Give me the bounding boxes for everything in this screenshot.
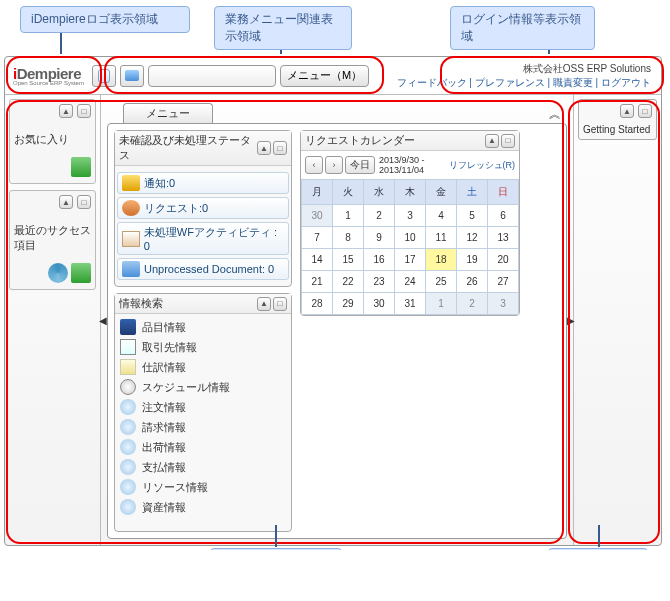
calendar-cell[interactable]: 3 — [488, 293, 519, 315]
calendar-cell[interactable]: 19 — [457, 249, 488, 271]
info-item[interactable]: 仕訳情報 — [117, 357, 289, 377]
tab-menu[interactable]: メニュー — [123, 103, 213, 123]
calendar-cell[interactable]: 21 — [302, 271, 333, 293]
bulb-icon — [120, 399, 136, 415]
calendar-cell[interactable]: 13 — [488, 227, 519, 249]
info-item-label: 仕訳情報 — [142, 360, 186, 375]
calendar-cell[interactable]: 11 — [426, 227, 457, 249]
refresh-icon[interactable] — [48, 263, 68, 283]
workflow-item[interactable]: Unprocessed Document: 0 — [117, 258, 289, 280]
cal-today-button[interactable]: 今日 — [345, 156, 375, 174]
info-item[interactable]: スケジュール情報 — [117, 377, 289, 397]
quick-search-dropdown[interactable]: ▼ — [148, 65, 276, 87]
workflow-item-label: 通知:0 — [144, 176, 175, 191]
bulb-icon — [120, 499, 136, 515]
calendar-cell[interactable]: 18 — [426, 249, 457, 271]
calendar-cell[interactable]: 5 — [457, 205, 488, 227]
link-preference[interactable]: プレファレンス — [475, 77, 545, 88]
info-item[interactable]: 資産情報 — [117, 497, 289, 517]
maximize-icon[interactable]: □ — [501, 134, 515, 148]
info-item[interactable]: 品目情報 — [117, 317, 289, 337]
calendar-cell[interactable]: 10 — [395, 227, 426, 249]
collapse-up-icon[interactable]: ▲ — [257, 141, 271, 155]
calendar-cell[interactable]: 26 — [457, 271, 488, 293]
calendar-cell[interactable]: 27 — [488, 271, 519, 293]
calendar-cell[interactable]: 9 — [364, 227, 395, 249]
calendar-cell[interactable]: 30 — [302, 205, 333, 227]
cal-range: 2013/9/30 -2013/11/04 — [379, 155, 425, 175]
recent-title: 最近のサクセス項目 — [14, 223, 91, 253]
logo: iDempiere Open Source ERP System — [9, 65, 88, 86]
calendar-dow: 土 — [457, 180, 488, 205]
collapse-up-icon[interactable]: ▲ — [59, 104, 73, 118]
collapse-left-arrow-icon[interactable]: ◀ — [99, 315, 107, 326]
calendar-cell[interactable]: 7 — [302, 227, 333, 249]
calendar-cell[interactable]: 23 — [364, 271, 395, 293]
ledger-icon — [120, 359, 136, 375]
getting-started-link[interactable]: Getting Started — [583, 124, 652, 135]
info-item-label: リソース情報 — [142, 480, 208, 495]
maximize-icon[interactable]: □ — [77, 195, 91, 209]
collapse-up-icon[interactable]: ▲ — [257, 297, 271, 311]
calendar-cell[interactable]: 16 — [364, 249, 395, 271]
collapse-up-icon[interactable]: ▲ — [620, 104, 634, 118]
trash-icon[interactable] — [71, 263, 91, 283]
menu-button[interactable]: メニュー（M） — [280, 65, 369, 87]
calendar-cell[interactable]: 24 — [395, 271, 426, 293]
calendar-cell[interactable]: 1 — [333, 205, 364, 227]
calendar-cell[interactable]: 20 — [488, 249, 519, 271]
callout-logo-region: iDempiereロゴ表示領域 — [20, 6, 190, 33]
calendar-cell[interactable]: 1 — [426, 293, 457, 315]
info-item[interactable]: 請求情報 — [117, 417, 289, 437]
collapse-up-icon[interactable]: ▲ — [59, 195, 73, 209]
maximize-icon[interactable]: □ — [273, 297, 287, 311]
collapse-up-icon[interactable]: ▲ — [485, 134, 499, 148]
calendar-cell[interactable]: 2 — [364, 205, 395, 227]
calendar-cell[interactable]: 14 — [302, 249, 333, 271]
expand-up-icon[interactable]: ︽ — [549, 106, 561, 123]
cal-refresh-link[interactable]: リフレッシュ(R) — [449, 159, 516, 172]
calendar-cell[interactable]: 3 — [395, 205, 426, 227]
info-item[interactable]: 取引先情報 — [117, 337, 289, 357]
link-logout[interactable]: ログアウト — [601, 77, 651, 88]
calendar-cell[interactable]: 17 — [395, 249, 426, 271]
workflow-item[interactable]: リクエスト:0 — [117, 197, 289, 219]
calendar-cell[interactable]: 8 — [333, 227, 364, 249]
calendar-dow: 日 — [488, 180, 519, 205]
calendar-cell[interactable]: 30 — [364, 293, 395, 315]
calendar-cell[interactable]: 22 — [333, 271, 364, 293]
cal-prev-icon[interactable]: ‹ — [305, 156, 323, 174]
calendar-cell[interactable]: 31 — [395, 293, 426, 315]
workflow-item-label: リクエスト:0 — [144, 201, 208, 216]
info-item[interactable]: 出荷情報 — [117, 437, 289, 457]
open-folder-icon[interactable] — [120, 65, 144, 87]
calendar-cell[interactable]: 12 — [457, 227, 488, 249]
calendar-cell[interactable]: 25 — [426, 271, 457, 293]
user-icon — [122, 200, 140, 216]
calendar-grid: 月火水木金土日 30123456789101112131415161718192… — [301, 179, 519, 315]
quick-search-input[interactable] — [149, 70, 295, 82]
link-role-change[interactable]: 職責変更 — [553, 77, 593, 88]
info-title: 情報検索 — [119, 296, 255, 311]
workflow-item[interactable]: 未処理WFアクティビティ : 0 — [117, 222, 289, 255]
callout-help-region: ヘルプ表示領域 — [548, 548, 648, 550]
trash-icon[interactable] — [71, 157, 91, 177]
calendar-cell[interactable]: 29 — [333, 293, 364, 315]
info-item[interactable]: 支払情報 — [117, 457, 289, 477]
calendar-cell[interactable]: 4 — [426, 205, 457, 227]
maximize-icon[interactable]: □ — [638, 104, 652, 118]
calendar-cell[interactable]: 2 — [457, 293, 488, 315]
new-record-icon[interactable] — [92, 65, 116, 87]
workflow-item[interactable]: 通知:0 — [117, 172, 289, 194]
maximize-icon[interactable]: □ — [77, 104, 91, 118]
collapse-right-arrow-icon[interactable]: ▶ — [567, 315, 575, 326]
cal-next-icon[interactable]: › — [325, 156, 343, 174]
maximize-icon[interactable]: □ — [273, 141, 287, 155]
info-item[interactable]: リソース情報 — [117, 477, 289, 497]
calendar-cell[interactable]: 15 — [333, 249, 364, 271]
calendar-cell[interactable]: 28 — [302, 293, 333, 315]
link-feedback[interactable]: フィードバック — [397, 77, 467, 88]
info-item[interactable]: 注文情報 — [117, 397, 289, 417]
calendar-cell[interactable]: 6 — [488, 205, 519, 227]
info-item-label: 請求情報 — [142, 420, 186, 435]
